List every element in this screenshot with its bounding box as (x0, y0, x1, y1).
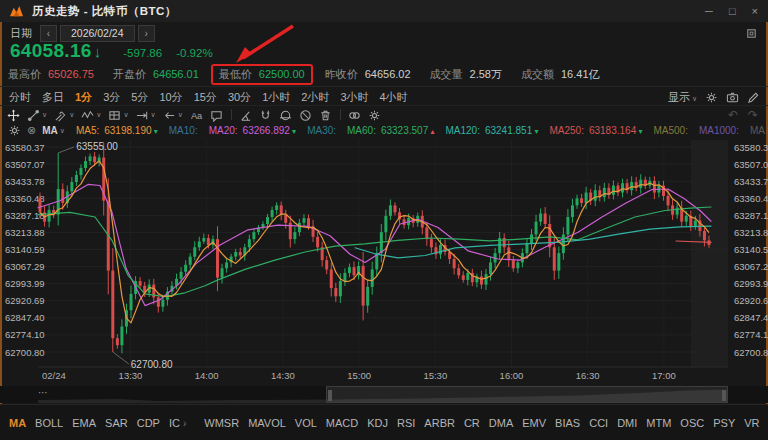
strike-circle-tool-icon[interactable] (279, 109, 292, 122)
ma-legend-MA500[interactable]: MA500: (653, 125, 687, 136)
pattern-tool-icon[interactable]: ∨ (108, 109, 128, 122)
indicator-OSC[interactable]: OSC (680, 417, 704, 429)
tab-3小时[interactable]: 3小时 (340, 90, 368, 105)
minimize-button[interactable]: ─ (705, 5, 713, 17)
chevron-down-icon[interactable]: ∨ (123, 111, 128, 119)
indicator-MACD[interactable]: MACD (326, 417, 358, 429)
indicator-MAVOL[interactable]: MAVOL (248, 417, 286, 429)
tab-多日[interactable]: 多日 (42, 90, 64, 105)
indicator-VOL[interactable]: VOL (295, 417, 317, 429)
indicator-DMI[interactable]: DMI (617, 417, 637, 429)
ma-legend-MA30[interactable]: MA30: (307, 125, 336, 136)
navigator-right-handle[interactable] (722, 390, 726, 401)
extend-line-tool-icon[interactable]: ∨ (136, 109, 156, 122)
indicator-MA[interactable]: MA (9, 417, 26, 429)
indicator-BIAS[interactable]: BIAS (555, 417, 580, 429)
ma-legend-MA60[interactable]: MA60:63323.507 ▴ (347, 125, 434, 136)
text-tool-icon[interactable]: Aa (190, 109, 203, 122)
wave-tool-icon[interactable]: ∨ (81, 109, 101, 122)
arrow-tool-icon[interactable]: ∨ (163, 109, 183, 122)
y-axis-label-right: 63360.48 (734, 193, 768, 204)
pitchfork-tool-icon[interactable]: ∨ (54, 109, 74, 122)
indicator-EMV[interactable]: EMV (522, 417, 546, 429)
next-day-button[interactable]: › (138, 25, 155, 42)
indicator-VR[interactable]: VR (744, 417, 759, 429)
indicator-EMA[interactable]: EMA (72, 417, 96, 429)
indicator-KDJ[interactable]: KDJ (367, 417, 388, 429)
link-drawings-tool-icon[interactable] (348, 109, 361, 122)
indicator-BOLL[interactable]: BOLL (35, 417, 63, 429)
tab-2小时[interactable]: 2小时 (301, 90, 329, 105)
redo-icon[interactable]: ↷ (748, 108, 758, 122)
indicator-RSI[interactable]: RSI (397, 417, 415, 429)
chevron-down-icon[interactable]: ∨ (69, 111, 74, 119)
chevron-down-icon[interactable]: ∨ (178, 111, 183, 119)
delete-drawing-tool-icon[interactable] (319, 109, 332, 122)
y-axis-label-left: 62847.40 (5, 312, 45, 323)
ma-legend-MA1000[interactable]: MA1000: (699, 125, 739, 136)
indicator-WMSR[interactable]: WMSR (204, 417, 239, 429)
magnet-tool-icon[interactable] (259, 109, 272, 122)
tab-5分[interactable]: 5分 (131, 90, 148, 105)
indicator-close-icon[interactable]: ⊗ (27, 124, 36, 137)
maximize-button[interactable]: □ (729, 5, 736, 17)
candlestick-chart[interactable]: 63580.3763580.3763507.0763507.0763433.78… (0, 138, 768, 386)
tab-1小时[interactable]: 1小时 (262, 90, 290, 105)
indicator-SAR[interactable]: SAR (105, 417, 128, 429)
navigator-left-handle[interactable] (328, 390, 332, 401)
indicator-CCI[interactable]: CCI (589, 417, 608, 429)
price-annotation: 63555.00 (76, 141, 118, 152)
close-button[interactable]: × (752, 5, 758, 17)
popup-window-icon[interactable] (745, 27, 758, 40)
indicator-IC[interactable]: IC› (169, 417, 186, 429)
chevron-down-icon[interactable]: ∨ (151, 111, 156, 119)
drawing-toolbar: ∨∨∨∨∨∨Aa ↶ ↷ (0, 106, 768, 124)
undo-icon[interactable]: ↶ (728, 108, 738, 122)
drawing-settings-tool-icon[interactable] (368, 109, 381, 122)
comment-tool-icon[interactable] (210, 109, 223, 122)
ma-name: MA10: (169, 125, 198, 136)
ma-name: MA20: (209, 125, 238, 136)
date-picker[interactable]: 2026/02/24 (60, 25, 135, 42)
trend-line-tool-icon[interactable]: ∨ (27, 109, 47, 122)
tab-分时[interactable]: 分时 (9, 90, 31, 105)
display-dropdown[interactable]: 显示∨ (668, 90, 697, 105)
tab-10分[interactable]: 10分 (159, 90, 182, 105)
ma-legend-MA20[interactable]: MA20:63266.892 ▾ (209, 125, 296, 136)
chevron-right-icon[interactable]: › (183, 418, 186, 429)
ma-legend-MA5[interactable]: MA5:63198.190 ▾ (76, 125, 158, 136)
price-change-percent: -0.92% (176, 47, 212, 59)
indicator-ARBR[interactable]: ARBR (424, 417, 455, 429)
ma-legend-MA10[interactable]: MA10: (169, 125, 198, 136)
ma-legend-MA250[interactable]: MA250:63183.164 ▾ (549, 125, 642, 136)
navigator-thumb[interactable] (326, 386, 728, 403)
indicator-CR[interactable]: CR (464, 417, 480, 429)
hide-drawings-tool-icon[interactable] (299, 109, 312, 122)
ma-legend-MA120[interactable]: MA120:63241.851 ▾ (445, 125, 538, 136)
cursor-move-tool-icon[interactable] (7, 109, 20, 122)
tab-15分[interactable]: 15分 (194, 90, 217, 105)
draw-icon[interactable] (747, 91, 760, 104)
ma-trend-up-icon: ▴ (428, 127, 434, 136)
indicator-MTM[interactable]: MTM (646, 417, 671, 429)
indicator-CDP[interactable]: CDP (137, 417, 160, 429)
indicator-settings-icon[interactable] (8, 124, 21, 137)
tab-30分[interactable]: 30分 (228, 90, 251, 105)
tab-3分[interactable]: 3分 (103, 90, 120, 105)
indicator-PSY[interactable]: PSY (713, 417, 735, 429)
angle-tool-icon[interactable] (239, 109, 252, 122)
indicator-DMA[interactable]: DMA (489, 417, 513, 429)
screenshot-icon[interactable] (726, 91, 739, 104)
tab-4小时[interactable]: 4小时 (380, 90, 408, 105)
ma-dropdown[interactable]: MA (42, 125, 58, 136)
tab-1分[interactable]: 1分 (75, 90, 92, 105)
ma-legend-MA1[interactable]: MA1: (750, 125, 768, 136)
chart-settings-icon[interactable] (705, 91, 718, 104)
chart-navigator: ⋯ (0, 386, 768, 403)
chevron-down-icon[interactable]: ∨ (42, 111, 47, 119)
prev-day-button[interactable]: ‹ (40, 25, 57, 42)
ma-value: 63241.851 (485, 125, 532, 136)
navigator-expand-icon[interactable]: ⋯ (38, 387, 49, 398)
y-axis-label-left: 62920.69 (5, 295, 45, 306)
chevron-down-icon[interactable]: ∨ (96, 111, 101, 119)
